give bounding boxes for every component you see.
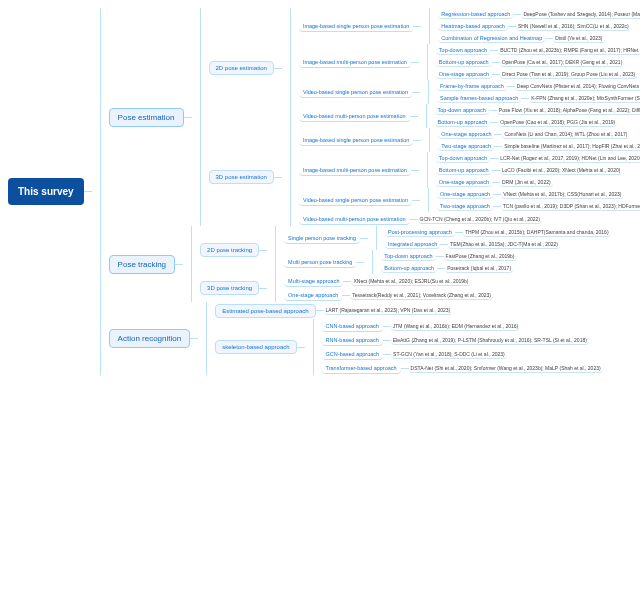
branch: 3D pose trackingMulti-stage approachXNec… xyxy=(200,274,611,302)
leaf-row: Top-down approachFastPose (Zhang et al.,… xyxy=(381,251,516,262)
branch-row: Video-based single person pose estimatio… xyxy=(299,194,420,207)
leaf-row: Combination of Regression and HeatmapDis… xyxy=(438,33,640,44)
node-level3: Video-based single person pose estimatio… xyxy=(299,87,412,98)
children-box: One-stage approachVNect (Mehta et al., 2… xyxy=(428,188,640,212)
branch-row: Image-based multi-person pose estimation xyxy=(299,56,419,69)
branch: Image-based multi-person pose estimation… xyxy=(299,152,640,188)
branch: Pose estimation2D pose estimationImage-b… xyxy=(109,8,640,226)
leaf-row: Top-down approachBUCTD (Zhou et al.,2023… xyxy=(436,45,640,56)
node-level4: Top-down approach xyxy=(436,46,490,55)
branch-row: Video-based single person pose estimatio… xyxy=(299,86,420,99)
leaf-node: OpenPose (Ca et al., 2017); DEKR (Geng e… xyxy=(500,58,625,67)
branch: skeleton-based approachCNN-based approac… xyxy=(215,319,602,375)
branch: Single person pose trackingPost-processi… xyxy=(284,226,610,250)
leaf-row: RNN-based approachEleAttG (Zhang et al.,… xyxy=(322,334,603,347)
branch-row: Single person pose tracking xyxy=(284,232,368,245)
node-level2: skeleton-based approach xyxy=(215,340,296,354)
node-level3: Multi-stage approach xyxy=(284,276,343,287)
node-level4: Bottom-up approach xyxy=(435,118,491,127)
branch-row: Pose estimation xyxy=(109,107,192,128)
leaf-row: Multi-stage approachXNect (Mehta et al.,… xyxy=(284,275,493,288)
leaf-row: Integrated approachTEM(Zhao et al., 2015… xyxy=(385,239,611,250)
leaf-node: LoCO (Fauibi et al., 2020); XNect (Mehta… xyxy=(500,166,623,175)
node-level3: One-stage approach xyxy=(284,290,342,301)
leaf-row: One-stage approachDRM (Jin et al., 2022) xyxy=(436,177,640,188)
node-level4: Integrated approach xyxy=(385,240,440,249)
leaf-node: Distil (Ye et al., 2023) xyxy=(553,34,604,43)
leaf-row: Video-based multi-person pose estimation… xyxy=(299,213,640,226)
node-level3: Image-based single person pose estimatio… xyxy=(299,135,413,146)
node-level2: Estimated pose-based approach xyxy=(215,304,315,318)
node-level4: Top-down approach xyxy=(436,154,490,163)
branch-row: 3D pose estimation xyxy=(209,169,282,185)
leaf-node: K-FPN (Zhang et al., 2020e); MixSynthFor… xyxy=(529,94,640,103)
branch-row: Pose tracking xyxy=(109,254,183,275)
branch: 2D pose trackingSingle person pose track… xyxy=(200,226,611,274)
branch: Video-based multi-person pose estimation… xyxy=(299,104,640,128)
leaf-node: LART (Rajasegaran et al., 2023); VPN (Da… xyxy=(324,306,453,315)
leaf-node: DeepPose (Toshev and Szegedy, 2014); Pos… xyxy=(521,10,640,19)
leaf-row: Top-down approachPose Flow (Xiu et al., … xyxy=(435,105,640,116)
node-level2: 2D pose tracking xyxy=(200,243,259,257)
node-level4: One-stage approach xyxy=(437,190,493,199)
children-box: Multi-stage approachXNect (Mehta et al.,… xyxy=(275,274,493,302)
node-level4: Two-stage approach xyxy=(437,202,493,211)
node-level3: Image-based single person pose estimatio… xyxy=(299,21,413,32)
leaf-row: Bottom-up approachOpenPose (Cao et al., … xyxy=(435,117,640,128)
leaf-node: DRM (Jin et al., 2022) xyxy=(500,178,553,187)
children-box: Single person pose trackingPost-processi… xyxy=(275,226,610,274)
leaf-row: Bottom-up approachOpenPose (Ca et al., 2… xyxy=(436,57,640,68)
node-level4: Bottom-up approach xyxy=(436,166,492,175)
node-level4: Combination of Regression and Heatmap xyxy=(438,34,545,43)
leaf-node: EleAttG (Zhang et al., 2019); P-LSTM (Sh… xyxy=(391,336,589,345)
branch: Video-based single person pose estimatio… xyxy=(299,80,640,104)
children-box: Post-processing approachTHPM (Zhou et al… xyxy=(376,226,611,250)
node-level3: Video-based single person pose estimatio… xyxy=(299,195,412,206)
leaf-node: ST-GCN (Yan et al., 2018); S-DDC (Li et … xyxy=(391,350,507,359)
branch-row: 2D pose tracking xyxy=(200,242,267,258)
node-level4: One-stage approach xyxy=(438,130,494,139)
leaf-node: VNect (Mehta et al., 2017b); CSS(Honari … xyxy=(501,190,623,199)
leaf-row: Transformer-based approachDSTA-Net (Shi … xyxy=(322,362,603,375)
leaf-row: One-stage approachTessetrack(Reddy et al… xyxy=(284,289,493,302)
children-box: Top-down approachFastPose (Zhang et al.,… xyxy=(372,250,516,274)
node-level4: One-stage approach xyxy=(436,178,492,187)
branch: Image-based multi-person pose estimation… xyxy=(299,44,640,80)
children-box: One-stage approachConvNets (Li and Chan,… xyxy=(429,128,640,152)
leaf-row: Bottom-up approachPosetrack (Iqbal et al… xyxy=(381,263,516,274)
leaf-row: GCN-based approachST-GCN (Yan et al., 20… xyxy=(322,348,603,361)
leaf-row: Two-stage approachSimple baseline (Marti… xyxy=(438,141,640,152)
leaf-row: Bottom-up approachLoCO (Fauibi et al., 2… xyxy=(436,165,640,176)
leaf-row: Post-processing approachTHPM (Zhou et al… xyxy=(385,227,611,238)
leaf-row: One-stage approachConvNets (Li and Chan,… xyxy=(438,129,640,140)
branch-row: Action recognition xyxy=(109,328,199,349)
children-box: Estimated pose-based approachLART (Rajas… xyxy=(206,302,602,375)
leaf-node: GCN-TCN (Cheng et al., 2020b); IVT (Qiu … xyxy=(418,215,543,224)
leaf-row: One-stage approachDirect Pose (Tian et a… xyxy=(436,69,640,80)
node-level2: 3D pose estimation xyxy=(209,170,274,184)
node-level4: Top-down approach xyxy=(381,252,435,261)
leaf-node: Direct Pose (Tian et al., 2019); Group P… xyxy=(500,70,637,79)
branch: 3D pose estimationImage-based single per… xyxy=(209,128,640,226)
children-box: 2D pose trackingSingle person pose track… xyxy=(191,226,611,302)
node-level3: Single person pose tracking xyxy=(284,233,360,244)
branch: Pose tracking2D pose trackingSingle pers… xyxy=(109,226,640,302)
node-level4: One-stage approach xyxy=(436,70,492,79)
leaf-node: TCN (pavllo et al., 2019); D3DP (Shan et… xyxy=(501,202,640,211)
node-level4: Post-processing approach xyxy=(385,228,455,237)
branch: Action recognitionEstimated pose-based a… xyxy=(109,302,640,375)
node-level4: Sample frames-based approach xyxy=(437,94,521,103)
branch: Image-based single person pose estimatio… xyxy=(299,128,640,152)
leaf-node: Posetrack (Iqbal et al., 2017) xyxy=(445,264,513,273)
children-box: Frame-by-frame approachDeep ConvNets (Pf… xyxy=(428,80,640,104)
leaf-node: JTM (Wang et al., 2016b); EDM (Hernandez… xyxy=(391,322,520,331)
branch: Multi person pose trackingTop-down appro… xyxy=(284,250,610,274)
leaf-node: OpenPose (Cao et al., 2018); PGG (Jia et… xyxy=(498,118,617,127)
node-level4: Regression-based approach xyxy=(438,10,513,19)
node-level4: Bottom-up approach xyxy=(381,264,437,273)
leaf-row: Sample frames-based approachK-FPN (Zhang… xyxy=(437,93,640,104)
node-level4: Bottom-up approach xyxy=(436,58,492,67)
node-level2: 2D pose estimation xyxy=(209,61,274,75)
branch: 2D pose estimationImage-based single per… xyxy=(209,8,640,128)
node-level3: Image-based multi-person pose estimation xyxy=(299,165,411,176)
